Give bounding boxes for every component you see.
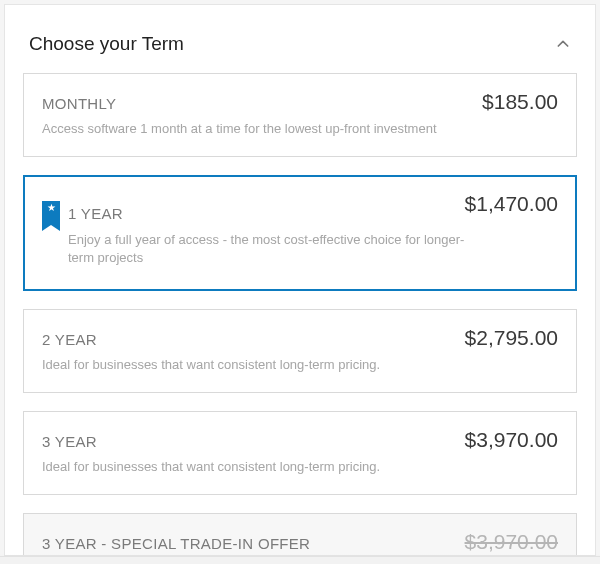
- term-option-monthly[interactable]: MONTHLY $185.00 Access software 1 month …: [23, 73, 577, 157]
- option-price: $185.00: [482, 90, 558, 114]
- option-title: MONTHLY: [42, 95, 116, 112]
- option-desc: Ideal for businesses that want consisten…: [42, 356, 442, 374]
- star-ribbon-icon: ★: [42, 201, 60, 225]
- option-title: 2 YEAR: [42, 331, 97, 348]
- term-option-3year[interactable]: 3 YEAR $3,970.00 Ideal for businesses th…: [23, 411, 577, 495]
- chevron-up-icon: [555, 36, 571, 52]
- section-title: Choose your Term: [29, 33, 184, 55]
- option-title: 3 YEAR - SPECIAL TRADE-IN OFFER: [42, 535, 310, 552]
- option-price: $1,470.00: [465, 192, 558, 216]
- option-desc: Ideal for businesses that want consisten…: [42, 458, 442, 476]
- bottom-bar: [0, 556, 600, 564]
- option-price: $2,795.00: [465, 326, 558, 350]
- term-option-2year[interactable]: 2 YEAR $2,795.00 Ideal for businesses th…: [23, 309, 577, 393]
- price-stack: $3,970.00 $2,779.00: [465, 530, 558, 556]
- term-panel: Choose your Term MONTHLY $185.00 Access …: [4, 4, 596, 556]
- option-price: $3,970.00: [465, 428, 558, 452]
- term-option-3year-tradein[interactable]: 3 YEAR - SPECIAL TRADE-IN OFFER $3,970.0…: [23, 513, 577, 556]
- option-price-original: $3,970.00: [465, 530, 558, 554]
- option-title: 1 YEAR: [68, 205, 123, 222]
- section-header[interactable]: Choose your Term: [23, 5, 577, 73]
- option-title: 3 YEAR: [42, 433, 97, 450]
- term-option-1year[interactable]: ★ 1 YEAR $1,470.00 Enjoy a full year of …: [23, 175, 577, 290]
- option-desc: Enjoy a full year of access - the most c…: [68, 231, 468, 267]
- option-desc: Access software 1 month at a time for th…: [42, 120, 442, 138]
